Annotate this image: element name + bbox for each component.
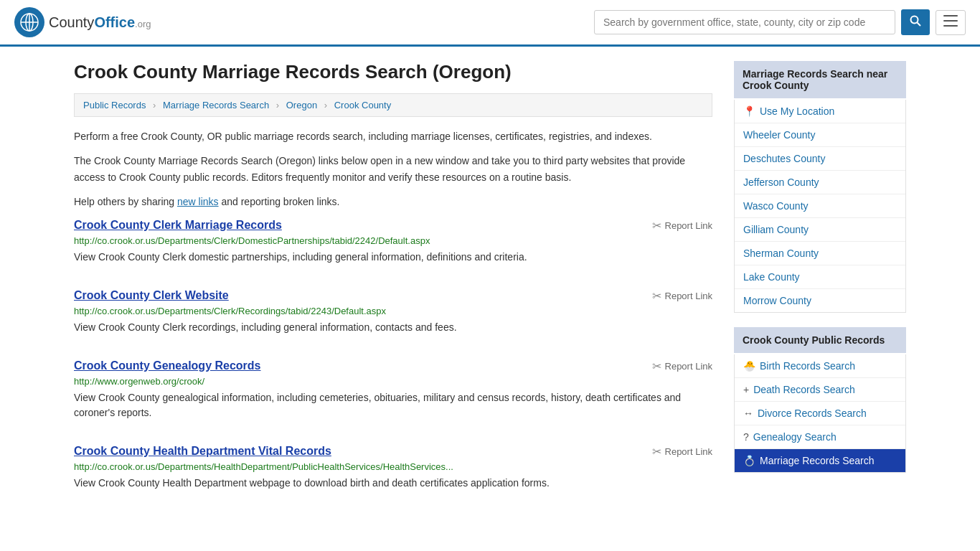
breadcrumb-sep-1: › xyxy=(153,100,156,110)
public-record-link-1[interactable]: +Death Records Search xyxy=(735,378,905,402)
use-location-label: Use My Location xyxy=(760,105,834,117)
new-links-link[interactable]: new links xyxy=(177,196,219,207)
record-desc-3: View Crook County Health Department webp… xyxy=(74,476,712,491)
record-title-link-0[interactable]: Crook County Clerk Marriage Records xyxy=(74,219,282,232)
record-title-row: Crook County Clerk Marriage Records ✂ Re… xyxy=(74,219,712,232)
description-para1: Perform a free Crook County, OR public m… xyxy=(74,128,712,144)
record-url-2[interactable]: http://www.orgenweb.org/crook/ xyxy=(74,376,712,387)
public-record-label-0: Birth Records Search xyxy=(760,360,855,372)
public-record-icon-3: ? xyxy=(743,431,749,443)
sidebar: Marriage Records Search near Crook Count… xyxy=(734,61,906,515)
desc-para3-prefix: Help others by sharing xyxy=(74,196,177,207)
description-para3: Help others by sharing new links and rep… xyxy=(74,194,712,209)
report-icon-0: ✂ xyxy=(652,219,661,232)
record-desc-0: View Crook County Clerk domestic partner… xyxy=(74,250,712,265)
use-my-location[interactable]: 📍 Use My Location xyxy=(735,100,905,123)
record-title-link-3[interactable]: Crook County Health Department Vital Rec… xyxy=(74,445,331,458)
svg-point-4 xyxy=(911,17,918,24)
public-record-label-2: Divorce Records Search xyxy=(758,408,867,419)
logo-area: CountyOffice.org xyxy=(14,7,151,37)
page-title: Crook County Marriage Records Search (Or… xyxy=(74,61,712,83)
record-url-1[interactable]: http://co.crook.or.us/Departments/Clerk/… xyxy=(74,306,712,316)
record-url-3[interactable]: http://co.crook.or.us/Departments/Health… xyxy=(74,461,712,472)
public-record-label-1: Death Records Search xyxy=(753,384,855,395)
public-record-label-4: Marriage Records Search xyxy=(760,455,875,466)
menu-button[interactable] xyxy=(936,10,966,35)
breadcrumb-public-records[interactable]: Public Records xyxy=(83,100,146,110)
report-link-1[interactable]: ✂ Report Link xyxy=(652,289,712,303)
report-link-label-3: Report Link xyxy=(665,446,712,457)
public-record-icon-2: ↔ xyxy=(743,408,753,419)
nearby-counties-list: Wheeler CountyDeschutes CountyJefferson … xyxy=(735,123,905,312)
nearby-county-5[interactable]: Sherman County xyxy=(735,242,905,265)
report-icon-2: ✂ xyxy=(652,359,661,373)
nearby-county-6[interactable]: Lake County xyxy=(735,265,905,289)
sidebar-nearby-content: 📍 Use My Location Wheeler CountyDeschute… xyxy=(734,100,906,313)
svg-rect-7 xyxy=(943,20,958,22)
record-desc-1: View Crook County Clerk recordings, incl… xyxy=(74,320,712,335)
logo-icon xyxy=(14,7,44,37)
nearby-county-2[interactable]: Jefferson County xyxy=(735,171,905,194)
search-area xyxy=(594,9,966,35)
svg-rect-6 xyxy=(943,15,958,17)
report-link-0[interactable]: ✂ Report Link xyxy=(652,219,712,232)
public-record-link-3[interactable]: ?Genealogy Search xyxy=(735,425,905,449)
nearby-county-1[interactable]: Deschutes County xyxy=(735,147,905,171)
breadcrumb: Public Records › Marriage Records Search… xyxy=(74,93,712,117)
logo-text: CountyOffice.org xyxy=(49,14,151,31)
svg-line-5 xyxy=(918,23,921,27)
report-link-label-2: Report Link xyxy=(665,361,712,372)
report-link-3[interactable]: ✂ Report Link xyxy=(652,445,712,458)
sidebar-nearby-header: Marriage Records Search near Crook Count… xyxy=(734,61,906,98)
description-para2: The Crook County Marriage Records Search… xyxy=(74,153,712,185)
report-icon-3: ✂ xyxy=(652,445,661,458)
report-link-label-1: Report Link xyxy=(665,291,712,301)
svg-rect-8 xyxy=(943,25,958,27)
breadcrumb-oregon[interactable]: Oregon xyxy=(286,100,317,110)
search-input[interactable] xyxy=(594,10,895,34)
public-record-link-0[interactable]: 🐣Birth Records Search xyxy=(735,354,905,378)
nearby-county-0[interactable]: Wheeler County xyxy=(735,123,905,147)
report-link-label-0: Report Link xyxy=(665,220,712,231)
public-record-icon-4: 💍 xyxy=(743,455,755,466)
sidebar-public-records-content: 🐣Birth Records Search+Death Records Sear… xyxy=(734,354,906,473)
nearby-county-7[interactable]: Morrow County xyxy=(735,289,905,312)
nearby-county-3[interactable]: Wasco County xyxy=(735,194,905,218)
public-record-link-2[interactable]: ↔Divorce Records Search xyxy=(735,402,905,425)
location-icon: 📍 xyxy=(743,105,755,117)
record-item: Crook County Health Department Vital Rec… xyxy=(74,445,712,498)
site-header: CountyOffice.org xyxy=(0,0,980,47)
breadcrumb-sep-3: › xyxy=(324,100,327,110)
public-record-link-4[interactable]: 💍Marriage Records Search xyxy=(735,449,905,472)
sidebar-public-records-section: Crook County Public Records 🐣Birth Recor… xyxy=(734,327,906,473)
record-item: Crook County Genealogy Records ✂ Report … xyxy=(74,359,712,428)
sidebar-nearby-section: Marriage Records Search near Crook Count… xyxy=(734,61,906,313)
public-record-icon-1: + xyxy=(743,384,749,395)
record-title-link-2[interactable]: Crook County Genealogy Records xyxy=(74,359,261,372)
breadcrumb-crook-county[interactable]: Crook County xyxy=(334,100,391,110)
main-container: Crook County Marriage Records Search (Or… xyxy=(60,47,920,529)
sidebar-public-records-header: Crook County Public Records xyxy=(734,327,906,353)
record-title-row: Crook County Health Department Vital Rec… xyxy=(74,445,712,458)
nearby-county-4[interactable]: Gilliam County xyxy=(735,218,905,242)
records-list: Crook County Clerk Marriage Records ✂ Re… xyxy=(74,219,712,498)
public-records-list: 🐣Birth Records Search+Death Records Sear… xyxy=(735,354,905,472)
public-record-icon-0: 🐣 xyxy=(743,360,755,372)
record-desc-2: View Crook County genealogical informati… xyxy=(74,390,712,420)
content-area: Crook County Marriage Records Search (Or… xyxy=(74,61,712,515)
record-item: Crook County Clerk Marriage Records ✂ Re… xyxy=(74,219,712,272)
report-link-2[interactable]: ✂ Report Link xyxy=(652,359,712,373)
record-title-row: Crook County Clerk Website ✂ Report Link xyxy=(74,289,712,303)
public-record-label-3: Genealogy Search xyxy=(753,431,837,443)
breadcrumb-sep-2: › xyxy=(276,100,279,110)
record-url-0[interactable]: http://co.crook.or.us/Departments/Clerk/… xyxy=(74,235,712,246)
breadcrumb-marriage-records[interactable]: Marriage Records Search xyxy=(163,100,269,110)
record-title-row: Crook County Genealogy Records ✂ Report … xyxy=(74,359,712,373)
desc-para3-suffix: and reporting broken links. xyxy=(219,196,340,207)
record-item: Crook County Clerk Website ✂ Report Link… xyxy=(74,289,712,342)
report-icon-1: ✂ xyxy=(652,289,661,303)
search-button[interactable] xyxy=(901,9,930,35)
record-title-link-1[interactable]: Crook County Clerk Website xyxy=(74,289,229,302)
